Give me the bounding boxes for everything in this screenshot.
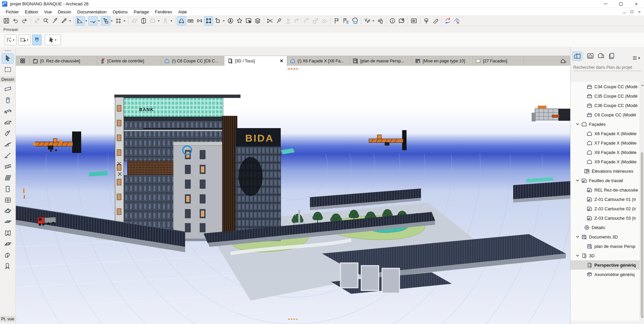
- compass-button[interactable]: [226, 16, 235, 25]
- tab-overview-button[interactable]: [16, 56, 30, 66]
- tool-railing[interactable]: [2, 162, 13, 172]
- transfer-parameters-icon[interactable]: [33, 16, 41, 25]
- magnet-snap-button[interactable]: [32, 35, 42, 45]
- menu-fichier[interactable]: Fichier: [3, 9, 22, 14]
- favorites-button[interactable]: [235, 16, 244, 25]
- tree-item-x8[interactable]: X8 Façade X (Modèle: [571, 148, 644, 157]
- snap-points-dropdown[interactable]: [111, 20, 113, 22]
- auto-dimension-button[interactable]: [177, 16, 186, 25]
- tool-object[interactable]: [2, 262, 13, 271]
- attach-button[interactable]: [431, 16, 440, 25]
- tool-mesh[interactable]: [2, 239, 13, 249]
- tree-item-details[interactable]: Détails: [571, 223, 644, 232]
- fillet-icon[interactable]: [302, 16, 311, 25]
- scroll-up-icon[interactable]: [641, 83, 644, 86]
- profile-dropdown[interactable]: [158, 20, 160, 22]
- snap-grid-dropdown[interactable]: [123, 20, 125, 22]
- inject-dropdown[interactable]: [69, 20, 71, 22]
- tool-curtain-wall[interactable]: [2, 173, 13, 183]
- publisher-sets-button[interactable]: [607, 52, 616, 60]
- layout-book-button[interactable]: [596, 52, 606, 60]
- save-button[interactable]: [2, 16, 11, 25]
- adjust-button[interactable]: [275, 16, 283, 25]
- scroll-down-icon[interactable]: [641, 317, 644, 319]
- tool-wall-end[interactable]: [2, 228, 13, 238]
- figure-icon[interactable]: [161, 16, 170, 25]
- tool-window[interactable]: [2, 195, 13, 205]
- guide-lines-dropdown[interactable]: [85, 20, 87, 22]
- navigator-menu-button[interactable]: [633, 56, 642, 60]
- teamwork-receive-button[interactable]: [452, 16, 461, 25]
- snap-points-button[interactable]: [101, 16, 110, 25]
- tree-item-c34[interactable]: C34 Coupe CC (Modè: [571, 82, 644, 91]
- marquee-options-button[interactable]: [18, 35, 31, 45]
- id-manager-button[interactable]: ID: [410, 16, 418, 25]
- inject-parameters-button[interactable]: [60, 16, 68, 25]
- cloud-save-button[interactable]: [351, 16, 359, 25]
- bottom-palette-handle[interactable]: [286, 317, 300, 321]
- viewport-3d[interactable]: BANK BIDA: [16, 66, 570, 324]
- trace-reference-icon[interactable]: [130, 16, 139, 25]
- menu-vue[interactable]: Vue: [41, 9, 55, 14]
- tree-scrollbar[interactable]: [640, 82, 644, 321]
- menu-aide[interactable]: Aide: [175, 9, 190, 14]
- renovation-button[interactable]: [363, 16, 372, 25]
- tree-item-plan-de-masse[interactable]: plan de masse Persp: [571, 241, 644, 251]
- tool-skylight[interactable]: [2, 206, 13, 216]
- tab-mise-en-page[interactable]: [Mise en page type 10]: [412, 56, 473, 66]
- chevron-down-icon[interactable]: [576, 178, 579, 183]
- tree-item-elevations-interieures[interactable]: Élévations intérieures: [571, 166, 644, 176]
- redo-button[interactable]: [20, 16, 29, 25]
- minimize-button[interactable]: [598, 0, 613, 8]
- tab-3d-tous[interactable]: [3D / Tous]✕: [224, 56, 287, 66]
- figure-dropdown[interactable]: [170, 20, 172, 22]
- tool-beam[interactable]: [2, 107, 13, 116]
- snap-grid-button[interactable]: [114, 16, 123, 25]
- tool-opening[interactable]: [2, 217, 13, 227]
- virtual-trace-button[interactable]: [139, 16, 148, 25]
- tool-wall[interactable]: [2, 85, 13, 94]
- tree-item-feuilles-de-travail[interactable]: Feuilles de travail: [571, 176, 644, 185]
- tree-item-z01[interactable]: Z-01 Cartouche 01 (Ir: [571, 195, 644, 204]
- tree-item-documents-3d[interactable]: Documents 3D: [571, 232, 644, 241]
- split-button[interactable]: [266, 16, 274, 25]
- scroll-thumb[interactable]: [641, 152, 643, 317]
- tool-slab[interactable]: [2, 118, 13, 127]
- tree-item-rel-rdc[interactable]: REL Rez-de-chaussée: [571, 185, 644, 195]
- tree-item-perspective-generique[interactable]: Perspective génériq: [571, 260, 644, 270]
- locate-button[interactable]: [397, 16, 406, 25]
- guide-lines-button[interactable]: [76, 16, 85, 25]
- tree-item-x7[interactable]: X7 Façade X (Modèle: [571, 138, 644, 148]
- drag-icon[interactable]: [284, 16, 292, 25]
- doc-minimize-button[interactable]: [623, 13, 626, 13]
- offset-icon[interactable]: [293, 16, 302, 25]
- tab-c6-coupe[interactable]: (!) C6 Coupe CC [C6 C...: [161, 56, 224, 66]
- undo-button[interactable]: [11, 16, 20, 25]
- close-button[interactable]: ×: [629, 0, 644, 8]
- tab-plan-de-masse[interactable]: [plan de masse Persp...: [350, 56, 412, 66]
- tab-centre-de-controle[interactable]: [Centre de contrôle]: [97, 56, 161, 66]
- menu-partage[interactable]: Partage: [130, 9, 152, 14]
- tab-close-icon[interactable]: ✕: [279, 58, 284, 63]
- navigator-search[interactable]: [573, 64, 641, 71]
- measure-button[interactable]: 12: [186, 16, 195, 25]
- menu-fenetres[interactable]: Fenêtres: [152, 9, 175, 14]
- chevron-down-icon[interactable]: [576, 234, 579, 239]
- tree-item-axonometrie-generique[interactable]: Axonométrie génériq: [571, 270, 644, 279]
- top-palette-handle[interactable]: [286, 67, 300, 70]
- tool-morph[interactable]: [2, 251, 13, 260]
- tree-item-3d[interactable]: 3D: [571, 251, 644, 260]
- chevron-down-icon[interactable]: [576, 122, 579, 127]
- markers-button[interactable]: [332, 16, 341, 25]
- tree-item-z03[interactable]: Z-03 Cartouche 03 (Ir: [571, 213, 644, 223]
- place-drawing-button[interactable]: [244, 16, 253, 25]
- grid-options-button[interactable]: [5, 35, 17, 45]
- menu-options[interactable]: Options: [110, 9, 131, 14]
- library-tree-button[interactable]: [422, 16, 431, 25]
- rotate-button[interactable]: [213, 16, 222, 25]
- menu-edition[interactable]: Edition: [22, 9, 41, 14]
- pickup-parameters-button[interactable]: [51, 16, 59, 25]
- resize-icon[interactable]: [311, 16, 320, 25]
- find-select-button[interactable]: [42, 16, 50, 25]
- tree-item-z02[interactable]: Z-02 Cartouche 02 (Ir: [571, 204, 644, 213]
